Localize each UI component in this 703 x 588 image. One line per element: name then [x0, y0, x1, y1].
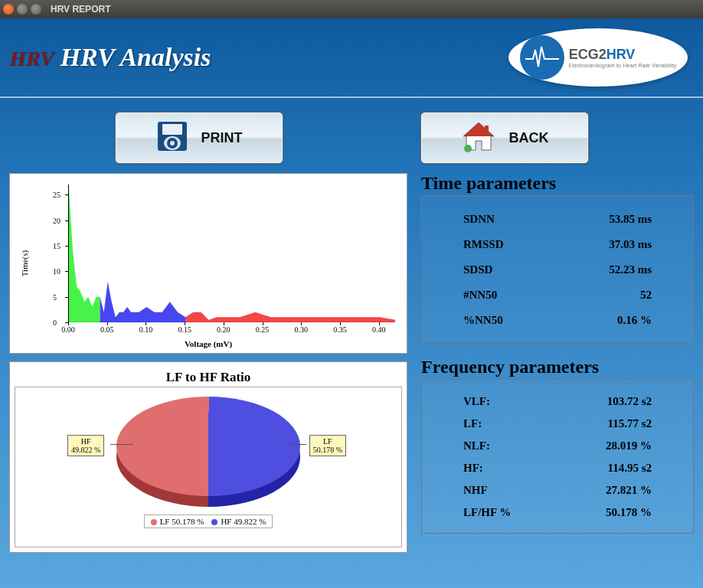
param-label: VLF: — [463, 395, 490, 408]
logo-title: ECG2HRV — [569, 47, 677, 61]
param-value: 53.85 ms — [609, 213, 652, 226]
param-row: SDSD52.23 ms — [440, 257, 675, 283]
home-icon — [460, 119, 497, 157]
legend-dot-hf-icon — [211, 519, 217, 525]
print-button[interactable]: PRINT — [115, 112, 283, 164]
app-window: HRV HRV Analysis ECG2HRV Electrocardiogr… — [0, 18, 703, 588]
parameters-column: Time parameters SDNN53.85 msRMSSD37.03 m… — [421, 173, 694, 553]
param-label: LF/HF % — [463, 506, 511, 519]
param-value: 52.23 ms — [609, 263, 652, 276]
param-row: #NN5052 — [440, 283, 675, 308]
param-value: 103.72 s2 — [607, 395, 652, 408]
spectrum-plot-area — [68, 185, 394, 322]
maximize-icon[interactable] — [31, 4, 41, 15]
pie-frame: HF49.822 % LF50.178 % LF 50.178 % HF 49.… — [15, 387, 402, 547]
param-value: 52 — [640, 289, 652, 302]
param-label: HF: — [463, 462, 483, 475]
floppy-disk-icon — [155, 119, 189, 157]
param-row: %NN500.16 % — [440, 308, 675, 333]
svg-marker-6 — [463, 122, 494, 136]
param-row: NLF:28.019 % — [440, 435, 675, 457]
time-params-box: SDNN53.85 msRMSSD37.03 msSDSD52.23 ms#NN… — [421, 195, 694, 343]
title-prefix: HRV — [9, 47, 54, 71]
pie-title: LF to HF Ratio — [15, 370, 402, 385]
charts-column: Time(s) Voltage (mV) 05101520250.000.050… — [9, 173, 407, 553]
ecg-wave-icon — [520, 35, 564, 80]
content-area: Time(s) Voltage (mV) 05101520250.000.050… — [0, 172, 703, 559]
back-button[interactable]: BACK — [420, 112, 589, 164]
print-button-label: PRINT — [201, 130, 243, 146]
param-value: 27.821 % — [606, 484, 652, 497]
logo-badge: ECG2HRV Electrocardiogram to Heart Rate … — [508, 28, 688, 87]
svg-point-8 — [464, 145, 472, 152]
spectrum-chart: Time(s) Voltage (mV) 05101520250.000.050… — [9, 173, 407, 354]
title-main: HRV Analysis — [60, 43, 211, 72]
param-label: #NN50 — [463, 289, 497, 302]
svg-rect-1 — [162, 124, 182, 135]
page-title: HRV HRV Analysis — [9, 43, 211, 72]
freq-params-box: VLF:103.72 s2LF:115.77 s2NLF:28.019 %HF:… — [421, 379, 694, 534]
x-axis-label: Voltage (mV) — [185, 339, 232, 348]
title-bar: HRV REPORT — [0, 0, 703, 18]
svg-point-4 — [170, 141, 175, 145]
close-icon[interactable] — [3, 4, 14, 15]
param-row: HF:114.95 s2 — [440, 457, 675, 479]
logo-text: ECG2HRV Electrocardiogram to Heart Rate … — [569, 47, 677, 68]
window-title: HRV REPORT — [51, 4, 110, 15]
param-label: NLF: — [463, 439, 490, 452]
param-value: 115.77 s2 — [607, 417, 652, 430]
param-label: NHF — [463, 484, 488, 497]
param-row: RMSSD37.03 ms — [440, 232, 675, 257]
param-label: SDNN — [463, 213, 495, 226]
param-row: LF:115.77 s2 — [440, 413, 675, 435]
param-value: 28.019 % — [606, 439, 652, 452]
header: HRV HRV Analysis ECG2HRV Electrocardiogr… — [0, 18, 703, 98]
param-label: LF: — [463, 417, 482, 430]
time-params-heading: Time parameters — [421, 173, 694, 194]
param-label: SDSD — [463, 263, 492, 276]
back-button-label: BACK — [509, 130, 549, 146]
param-row: LF/HF %50.178 % — [440, 501, 675, 524]
param-label: %NN50 — [463, 314, 503, 327]
param-row: SDNN53.85 ms — [440, 207, 675, 232]
logo-subtitle: Electrocardiogram to Heart Rate Variabil… — [569, 63, 677, 68]
param-value: 50.178 % — [606, 506, 652, 519]
param-value: 0.16 % — [617, 314, 652, 327]
pie-label-lf: LF50.178 % — [309, 435, 346, 456]
minimize-icon[interactable] — [17, 4, 28, 15]
spectrum-svg — [69, 185, 395, 322]
pie-face — [116, 397, 300, 496]
param-label: RMSSD — [463, 238, 504, 251]
freq-params-heading: Frequency parameters — [421, 357, 694, 377]
y-axis-label: Time(s) — [20, 250, 29, 276]
toolbar: PRINT BACK — [0, 98, 703, 172]
param-value: 114.95 s2 — [607, 462, 652, 475]
param-row: NHF27.821 % — [440, 479, 675, 501]
param-value: 37.03 ms — [609, 238, 652, 251]
svg-rect-7 — [485, 126, 489, 133]
param-row: VLF:103.72 s2 — [440, 390, 675, 413]
pie-legend: LF 50.178 % HF 49.822 % — [144, 514, 273, 528]
pie-label-hf: HF49.822 % — [67, 435, 104, 456]
legend-dot-lf-icon — [151, 519, 157, 525]
pie-chart: LF to HF Ratio HF49.822 % LF50.178 % — [9, 361, 407, 553]
